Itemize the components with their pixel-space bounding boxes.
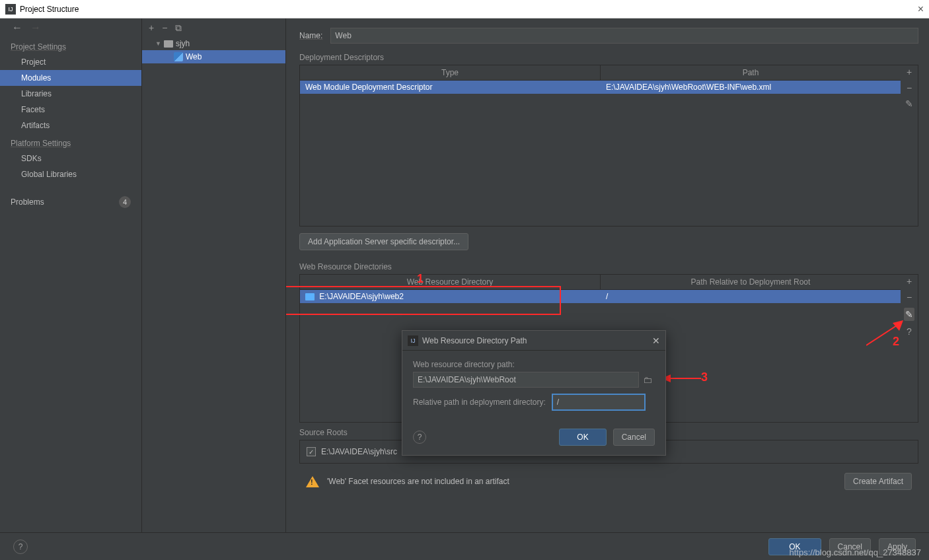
wr-actions: + − ✎ ? [901, 275, 918, 422]
warning-text: 'Web' Facet resources are not included i… [327, 477, 509, 486]
section-project-settings: Project Settings [0, 37, 141, 54]
dd-edit-icon[interactable]: ✎ [905, 98, 913, 109]
add-icon[interactable]: + [149, 22, 154, 33]
th-wr-dir: Web Resource Directory [300, 275, 601, 289]
remove-icon[interactable]: − [162, 22, 167, 33]
browse-icon[interactable]: 🗀 [643, 374, 655, 385]
dialog: IJ Web Resource Directory Path ✕ Web res… [402, 330, 666, 456]
main: ← → Project Settings Project Modules Lib… [0, 18, 929, 534]
warning-row: 'Web' Facet resources are not included i… [299, 470, 918, 493]
sr-path: E:\JAVAIDEA\sjyh\src [321, 447, 397, 456]
sr-checkbox[interactable]: ✓ [307, 447, 316, 456]
content: Name: Deployment Descriptors Type Path W… [286, 18, 929, 534]
folder-icon [164, 40, 173, 48]
nav-libraries[interactable]: Libraries [0, 86, 141, 102]
dd-path: E:\JAVAIDEA\sjyh\WebRoot\WEB-INF\web.xml [601, 81, 901, 94]
nav-problems[interactable]: Problems 4 [0, 193, 141, 211]
tree-web[interactable]: Web [142, 50, 285, 63]
create-artifact-button[interactable]: Create Artifact [844, 473, 912, 490]
th-type: Type [300, 65, 601, 80]
rel-input[interactable] [552, 394, 645, 410]
wr-dir: E:\JAVAIDEA\sjyh\web2 [300, 290, 601, 303]
dd-table: Type Path Web Module Deployment Descript… [299, 65, 918, 227]
dd-add-icon[interactable]: + [907, 67, 912, 77]
window-title: Project Structure [20, 5, 79, 14]
back-icon[interactable]: ← [12, 22, 22, 34]
dialog-icon: IJ [408, 335, 418, 346]
nav-facets[interactable]: Facets [0, 102, 141, 118]
wr-row[interactable]: E:\JAVAIDEA\sjyh\web2 / [300, 290, 901, 303]
help-button[interactable]: ? [13, 540, 28, 554]
dialog-cancel-button[interactable]: Cancel [613, 429, 655, 446]
name-label: Name: [299, 31, 322, 40]
nav-project[interactable]: Project [0, 54, 141, 70]
app-icon: IJ [5, 4, 16, 15]
nav-problems-label: Problems [11, 197, 44, 207]
web-icon [174, 52, 183, 61]
wr-add-icon[interactable]: + [907, 276, 912, 287]
nav-artifacts[interactable]: Artifacts [0, 118, 141, 133]
watermark: https://blog.csdn.net/qq_27348837 [790, 547, 922, 557]
th-wr-path: Path Relative to Deployment Root [601, 275, 901, 289]
tree-root[interactable]: ▼ sjyh [142, 37, 285, 50]
wr-help-icon[interactable]: ? [907, 326, 912, 337]
sidebar: ← → Project Settings Project Modules Lib… [0, 18, 142, 534]
close-icon[interactable]: × [918, 3, 924, 15]
tree-web-label: Web [186, 52, 202, 61]
nav-arrows: ← → [0, 18, 141, 37]
nav-global-libraries[interactable]: Global Libraries [0, 166, 141, 182]
path-label: Web resource directory path: [413, 360, 655, 369]
dd-actions: + − ✎ [901, 65, 918, 226]
dialog-titlebar: IJ Web Resource Directory Path ✕ [402, 331, 665, 351]
expand-icon[interactable]: ▼ [155, 40, 161, 47]
module-tree: + − ⧉ ▼ sjyh Web [142, 18, 286, 534]
problems-badge: 4 [119, 196, 131, 208]
dd-remove-icon[interactable]: − [907, 83, 912, 93]
wr-remove-icon[interactable]: − [907, 292, 912, 302]
copy-icon[interactable]: ⧉ [175, 22, 182, 34]
dialog-title: Web Resource Directory Path [422, 336, 527, 345]
th-path: Path [601, 65, 901, 80]
forward-icon[interactable]: → [30, 22, 41, 34]
rel-label: Relative path in deployment directory: [413, 398, 546, 407]
dialog-help-button[interactable]: ? [413, 431, 426, 444]
name-input[interactable] [330, 28, 918, 44]
dialog-ok-button[interactable]: OK [559, 429, 606, 446]
nav-sdks[interactable]: SDKs [0, 151, 141, 166]
warning-icon [306, 476, 319, 487]
add-descriptor-button[interactable]: Add Application Server specific descript… [299, 233, 468, 250]
tree-root-label: sjyh [176, 39, 190, 48]
dialog-close-icon[interactable]: ✕ [652, 335, 660, 346]
folder-icon [305, 293, 315, 300]
wr-edit-icon[interactable]: ✎ [904, 308, 914, 321]
nav-modules[interactable]: Modules [0, 70, 141, 86]
tree-toolbar: + − ⧉ [142, 18, 285, 37]
titlebar: IJ Project Structure × [0, 0, 929, 18]
dd-title: Deployment Descriptors [299, 53, 918, 62]
dd-type: Web Module Deployment Descriptor [300, 81, 601, 94]
section-platform-settings: Platform Settings [0, 133, 141, 151]
wr-title: Web Resource Directories [299, 262, 918, 271]
dd-row[interactable]: Web Module Deployment Descriptor E:\JAVA… [300, 81, 901, 94]
path-input[interactable] [413, 372, 639, 388]
wr-path: / [601, 290, 901, 303]
